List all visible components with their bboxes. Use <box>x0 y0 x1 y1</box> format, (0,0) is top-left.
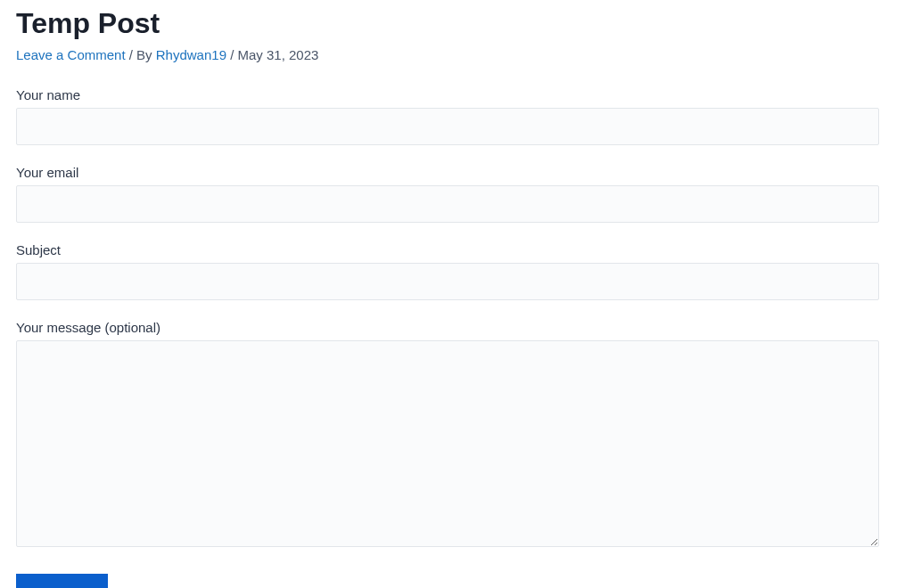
name-field-group: Your name <box>16 87 897 145</box>
post-title: Temp Post <box>16 7 897 40</box>
meta-separator: / <box>226 47 238 62</box>
message-label: Your message (optional) <box>16 320 897 335</box>
message-field-group: Your message (optional) <box>16 320 897 551</box>
name-input[interactable] <box>16 108 879 145</box>
subject-field-group: Subject <box>16 242 897 300</box>
leave-comment-link[interactable]: Leave a Comment <box>16 47 126 62</box>
name-label: Your name <box>16 87 897 102</box>
message-textarea[interactable] <box>16 340 879 547</box>
email-field-group: Your email <box>16 165 897 223</box>
meta-separator: / By <box>126 47 156 62</box>
subject-input[interactable] <box>16 263 879 300</box>
author-link[interactable]: Rhydwan19 <box>156 47 226 62</box>
subject-label: Subject <box>16 242 897 257</box>
email-label: Your email <box>16 165 897 180</box>
submit-button[interactable]: Submit <box>16 574 108 588</box>
post-meta: Leave a Comment / By Rhydwan19 / May 31,… <box>16 47 897 62</box>
email-input[interactable] <box>16 185 879 223</box>
post-date: May 31, 2023 <box>238 47 319 62</box>
